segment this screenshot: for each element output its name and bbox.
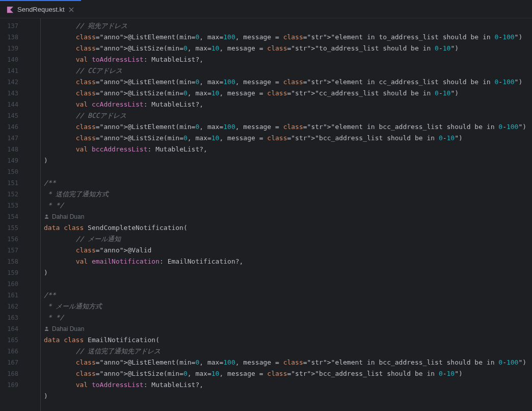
code-line[interactable]: * */: [44, 312, 532, 323]
code-line[interactable]: ): [44, 155, 532, 166]
code-line[interactable]: /**: [44, 290, 532, 301]
code-line[interactable]: val toAddressList: MutableList?,: [44, 54, 532, 65]
code-line[interactable]: class="anno">@ListElement(min=0, max=100…: [44, 357, 532, 368]
line-number: 167: [0, 357, 25, 368]
gutter[interactable]: 1371381391401411421431441451461471481491…: [0, 18, 25, 411]
line-number: 158: [0, 256, 25, 267]
code-line[interactable]: // CCアドレス: [44, 65, 532, 76]
line-number: 147: [0, 133, 25, 144]
code-line[interactable]: [44, 278, 532, 290]
code-line[interactable]: // 宛先アドレス: [44, 20, 532, 32]
code-line[interactable]: ): [44, 391, 532, 402]
line-number: 142: [0, 76, 25, 88]
code-line[interactable]: class="anno">@ListSize(min=0, max=10, me…: [44, 43, 532, 54]
code-line[interactable]: data class SendCompleteNotification(: [44, 222, 532, 234]
person-icon: [44, 212, 50, 218]
line-number: 155: [0, 222, 25, 234]
code-line[interactable]: Dahai Duan: [44, 211, 532, 222]
line-number: 164: [0, 323, 25, 335]
code-area[interactable]: // 宛先アドレス class="anno">@ListElement(min=…: [41, 18, 532, 411]
code-line[interactable]: [44, 402, 532, 411]
code-line[interactable]: class="anno">@ListSize(min=0, max=10, me…: [44, 368, 532, 379]
code-line[interactable]: class="anno">@ListElement(min=0, max=100…: [44, 76, 532, 88]
line-number: 139: [0, 43, 25, 54]
tab-sendrequest[interactable]: SendRequest.kt: [0, 0, 81, 18]
line-number: 153: [0, 200, 25, 211]
code-line[interactable]: val ccAddressList: MutableList?,: [44, 99, 532, 110]
tab-bar: SendRequest.kt: [0, 0, 532, 18]
line-number: 169: [0, 379, 25, 391]
line-number: 166: [0, 346, 25, 357]
line-number: 141: [0, 65, 25, 76]
code-line[interactable]: data class EmailNotification(: [44, 335, 532, 346]
code-line[interactable]: class="anno">@ListSize(min=0, max=10, me…: [44, 88, 532, 99]
line-number: 146: [0, 121, 25, 133]
line-number: 157: [0, 245, 25, 256]
line-number: 162: [0, 301, 25, 312]
code-line[interactable]: * メール通知方式: [44, 301, 532, 312]
editor[interactable]: 1371381391401411421431441451461471481491…: [0, 18, 532, 411]
code-line[interactable]: val toAddressList: MutableList?,: [44, 379, 532, 391]
code-line[interactable]: [44, 166, 532, 177]
code-line[interactable]: * */: [44, 200, 532, 211]
code-line[interactable]: // メール通知: [44, 234, 532, 245]
author-annotation: Dahai Duan: [44, 325, 84, 332]
line-number: 163: [0, 312, 25, 323]
line-number: 148: [0, 144, 25, 155]
line-number: 161: [0, 290, 25, 301]
line-number: 156: [0, 234, 25, 245]
line-number: 151: [0, 177, 25, 189]
line-number: 140: [0, 54, 25, 65]
line-number: 168: [0, 368, 25, 379]
tab-label: SendRequest.kt: [17, 6, 65, 13]
code-line[interactable]: class="anno">@Valid: [44, 245, 532, 256]
line-number: 150: [0, 166, 25, 177]
code-line[interactable]: ): [44, 267, 532, 278]
code-line[interactable]: Dahai Duan: [44, 323, 532, 335]
code-line[interactable]: class="anno">@ListSize(min=0, max=10, me…: [44, 133, 532, 144]
line-number: 138: [0, 32, 25, 43]
line-number: 145: [0, 110, 25, 121]
code-line[interactable]: // 送信完了通知先アドレス: [44, 346, 532, 357]
code-line[interactable]: * 送信完了通知方式: [44, 189, 532, 200]
fold-column[interactable]: [25, 18, 41, 411]
line-number: 154: [0, 211, 25, 222]
code-line[interactable]: // BCCアドレス: [44, 110, 532, 121]
author-annotation: Dahai Duan: [44, 213, 84, 220]
svg-point-0: [45, 215, 47, 217]
line-number: 137: [0, 20, 25, 32]
line-number: 165: [0, 335, 25, 346]
svg-point-1: [45, 327, 47, 329]
code-line[interactable]: class="anno">@ListElement(min=0, max=100…: [44, 121, 532, 133]
line-number: 149: [0, 155, 25, 166]
code-line[interactable]: /**: [44, 177, 532, 189]
code-line[interactable]: class="anno">@ListElement(min=0, max=100…: [44, 32, 532, 43]
line-number: 143: [0, 88, 25, 99]
close-icon[interactable]: [68, 6, 75, 13]
line-number: 152: [0, 189, 25, 200]
person-icon: [44, 324, 50, 330]
line-number: 144: [0, 99, 25, 110]
code-line[interactable]: val bccAddressList: MutableList?,: [44, 144, 532, 155]
line-number: 159: [0, 267, 25, 278]
line-number: 160: [0, 278, 25, 290]
kotlin-file-icon: [6, 6, 14, 14]
code-line[interactable]: val emailNotification: EmailNotification…: [44, 256, 532, 267]
